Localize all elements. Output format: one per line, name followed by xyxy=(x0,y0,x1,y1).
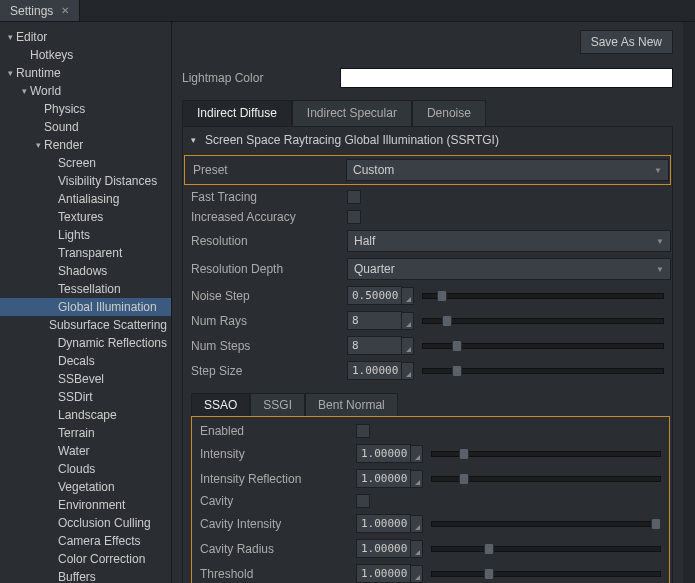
fast-tracing-checkbox[interactable] xyxy=(347,190,361,204)
preset-dropdown[interactable]: Custom ▼ xyxy=(346,159,669,181)
ssao-threshold-slider[interactable] xyxy=(431,571,661,577)
sidebar-item-transparent[interactable]: Transparent xyxy=(0,244,171,262)
num-rays-label: Num Rays xyxy=(191,314,347,328)
ssao-intensity-slider[interactable] xyxy=(431,451,661,457)
sidebar-item-label: Antialiasing xyxy=(58,192,119,206)
ssao-enabled-checkbox[interactable] xyxy=(356,424,370,438)
ssao-panel: Enabled Intensity 1.00000 Intensity Refl… xyxy=(191,416,670,583)
tab-ssao[interactable]: SSAO xyxy=(191,393,250,416)
ssao-cavity-radius-label: Cavity Radius xyxy=(200,542,356,556)
drag-handle-icon[interactable] xyxy=(411,445,423,463)
tab-ssgi[interactable]: SSGI xyxy=(250,393,305,416)
sidebar-item-tessellation[interactable]: Tessellation xyxy=(0,280,171,298)
num-steps-slider[interactable] xyxy=(422,343,664,349)
sidebar-item-terrain[interactable]: Terrain xyxy=(0,424,171,442)
drag-handle-icon[interactable] xyxy=(411,540,423,558)
sidebar-item-ssbevel[interactable]: SSBevel xyxy=(0,370,171,388)
sidebar-item-label: Lights xyxy=(58,228,90,242)
lightmap-color-swatch[interactable] xyxy=(340,68,673,88)
sidebar-item-dynamic-reflections[interactable]: Dynamic Reflections xyxy=(0,334,171,352)
sidebar-item-screen[interactable]: Screen xyxy=(0,154,171,172)
drag-handle-icon[interactable] xyxy=(402,287,414,305)
sidebar-item-shadows[interactable]: Shadows xyxy=(0,262,171,280)
sidebar-item-hotkeys[interactable]: Hotkeys xyxy=(0,46,171,64)
sidebar-item-lights[interactable]: Lights xyxy=(0,226,171,244)
drag-handle-icon[interactable] xyxy=(411,565,423,583)
sidebar-item-textures[interactable]: Textures xyxy=(0,208,171,226)
sidebar-item-label: Screen xyxy=(58,156,96,170)
sidebar-item-subsurface-scattering[interactable]: Subsurface Scattering xyxy=(0,316,171,334)
resolution-dropdown[interactable]: Half ▼ xyxy=(347,230,671,252)
resolution-label: Resolution xyxy=(191,234,347,248)
chevron-down-icon: ▼ xyxy=(656,265,664,274)
drag-handle-icon[interactable] xyxy=(402,362,414,380)
ssao-threshold-input[interactable]: 1.00000 xyxy=(356,564,411,583)
num-rays-input[interactable]: 8 xyxy=(347,311,402,330)
indirect-diffuse-panel: ▾ Screen Space Raytracing Global Illumin… xyxy=(182,126,673,583)
ssao-cavity-intensity-slider[interactable] xyxy=(431,521,661,527)
tab-settings[interactable]: Settings ✕ xyxy=(0,0,80,21)
num-rays-slider[interactable] xyxy=(422,318,664,324)
sidebar-item-buffers[interactable]: Buffers xyxy=(0,568,171,583)
drag-handle-icon[interactable] xyxy=(402,312,414,330)
tab-bent-normal[interactable]: Bent Normal xyxy=(305,393,398,416)
drag-handle-icon[interactable] xyxy=(402,337,414,355)
ssao-cavity-radius-slider[interactable] xyxy=(431,546,661,552)
step-size-slider[interactable] xyxy=(422,368,664,374)
sidebar-item-label: SSBevel xyxy=(58,372,104,386)
sidebar-item-label: Runtime xyxy=(16,66,61,80)
sidebar-item-world[interactable]: ▾World xyxy=(0,82,171,100)
resolution-depth-dropdown[interactable]: Quarter ▼ xyxy=(347,258,671,280)
chevron-down-icon: ▾ xyxy=(18,86,30,96)
preset-row: Preset Custom ▼ xyxy=(184,155,671,185)
scrollbar-vertical[interactable] xyxy=(683,22,695,583)
sidebar-item-landscape[interactable]: Landscape xyxy=(0,406,171,424)
sidebar-item-antialiasing[interactable]: Antialiasing xyxy=(0,190,171,208)
sidebar-item-global-illumination[interactable]: Global Illumination xyxy=(0,298,171,316)
ssrtgi-group-header[interactable]: ▾ Screen Space Raytracing Global Illumin… xyxy=(183,127,672,153)
increased-accuracy-checkbox[interactable] xyxy=(347,210,361,224)
group-title: Screen Space Raytracing Global Illuminat… xyxy=(205,133,499,147)
sidebar-item-vegetation[interactable]: Vegetation xyxy=(0,478,171,496)
sidebar-item-label: Terrain xyxy=(58,426,95,440)
sidebar-item-render[interactable]: ▾Render xyxy=(0,136,171,154)
close-icon[interactable]: ✕ xyxy=(61,5,69,16)
sidebar-item-camera-effects[interactable]: Camera Effects xyxy=(0,532,171,550)
ssao-intensity-label: Intensity xyxy=(200,447,356,461)
sidebar-item-ssdirt[interactable]: SSDirt xyxy=(0,388,171,406)
ssao-cavity-checkbox[interactable] xyxy=(356,494,370,508)
sidebar-item-sound[interactable]: Sound xyxy=(0,118,171,136)
sidebar-item-label: Global Illumination xyxy=(58,300,157,314)
sidebar-item-label: Vegetation xyxy=(58,480,115,494)
noise-step-slider[interactable] xyxy=(422,293,664,299)
window-tab-bar: Settings ✕ xyxy=(0,0,695,22)
sidebar-item-water[interactable]: Water xyxy=(0,442,171,460)
save-as-new-button[interactable]: Save As New xyxy=(580,30,673,54)
ssao-threshold-label: Threshold xyxy=(200,567,356,581)
drag-handle-icon[interactable] xyxy=(411,515,423,533)
ssao-cavity-radius-input[interactable]: 1.00000 xyxy=(356,539,411,558)
tab-denoise[interactable]: Denoise xyxy=(412,100,486,126)
ssao-intensity-reflection-input[interactable]: 1.00000 xyxy=(356,469,411,488)
sidebar-item-label: Sound xyxy=(44,120,79,134)
sidebar-item-decals[interactable]: Decals xyxy=(0,352,171,370)
tab-indirect-specular[interactable]: Indirect Specular xyxy=(292,100,412,126)
num-steps-input[interactable]: 8 xyxy=(347,336,402,355)
sidebar-item-environment[interactable]: Environment xyxy=(0,496,171,514)
resolution-value: Half xyxy=(354,234,375,248)
chevron-down-icon: ▼ xyxy=(654,166,662,175)
ssao-cavity-intensity-input[interactable]: 1.00000 xyxy=(356,514,411,533)
ssao-intensity-reflection-slider[interactable] xyxy=(431,476,661,482)
drag-handle-icon[interactable] xyxy=(411,470,423,488)
sidebar-item-runtime[interactable]: ▾Runtime xyxy=(0,64,171,82)
sidebar-item-color-correction[interactable]: Color Correction xyxy=(0,550,171,568)
step-size-input[interactable]: 1.00000 xyxy=(347,361,402,380)
sidebar-item-occlusion-culling[interactable]: Occlusion Culling xyxy=(0,514,171,532)
noise-step-input[interactable]: 0.50000 xyxy=(347,286,402,305)
sidebar-item-physics[interactable]: Physics xyxy=(0,100,171,118)
ssao-intensity-input[interactable]: 1.00000 xyxy=(356,444,411,463)
sidebar-item-visibility-distances[interactable]: Visibility Distances xyxy=(0,172,171,190)
sidebar-item-editor[interactable]: ▾Editor xyxy=(0,28,171,46)
tab-indirect-diffuse[interactable]: Indirect Diffuse xyxy=(182,100,292,126)
sidebar-item-clouds[interactable]: Clouds xyxy=(0,460,171,478)
